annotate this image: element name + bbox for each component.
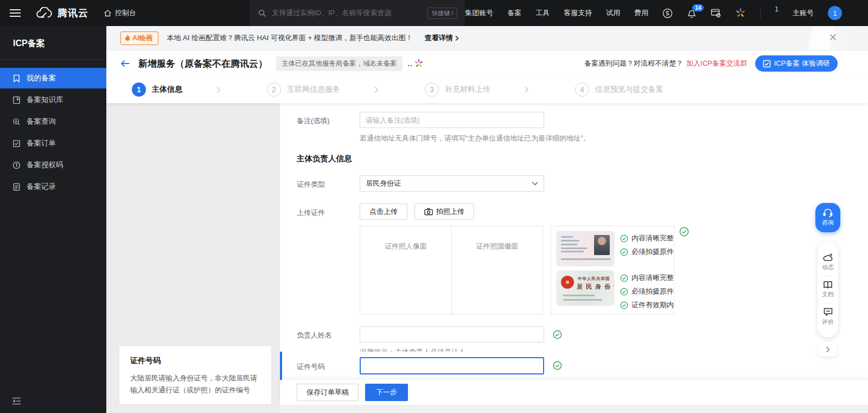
order-check-icon (12, 139, 21, 148)
global-search-input[interactable]: 支持通过实例ID、IP、名称等搜索资源 快捷键 / (250, 0, 464, 26)
owner-valid-check-icon (553, 330, 562, 339)
topbar-menu-tools[interactable]: 工具 (535, 8, 550, 18)
search-placeholder: 支持通过实例ID、IP、名称等搜索资源 (272, 8, 427, 18)
back-button[interactable] (120, 59, 130, 68)
cloud-activity-icon (823, 253, 833, 262)
flame-icon (125, 35, 130, 41)
banner-detail-link[interactable]: 查看详情 (425, 33, 459, 43)
owner-name-input[interactable] (360, 326, 544, 342)
cert-number-label: 证件号码 (297, 362, 325, 372)
step-2-internet-service: 2 互联网信息服务 (267, 82, 340, 97)
tencent-cloud-logo[interactable]: 腾讯云 (35, 7, 88, 20)
toolbar-expand-button[interactable] (819, 342, 837, 357)
topbar-menu-beian[interactable]: 备案 (507, 8, 521, 18)
cert-number-row: 证件号码 (280, 352, 822, 384)
shortcut-hint: 快捷键 / (427, 8, 457, 19)
consult-button[interactable]: 咨询 (815, 203, 840, 232)
banner-text: 本地 AI 绘画配置难？腾讯云 HAI 可视化界面 + 模型微调，新手也能高效出… (167, 33, 413, 43)
join-group-link[interactable]: 加入ICP备案交流群 (686, 59, 748, 68)
remark-input[interactable] (360, 112, 544, 128)
dynamics-button[interactable]: 动态 (822, 251, 834, 274)
ai-assistant-sparkle-icon[interactable] (735, 8, 746, 18)
back-checklist: 内容清晰完整 必须拍摄原件 证件有效期内 (620, 271, 674, 310)
id-card-front-sample (557, 231, 614, 266)
sidebar-item-beian-query[interactable]: 备案查询 (0, 111, 106, 132)
photo-upload-button[interactable]: 拍照上传 (414, 204, 474, 220)
consult-label: 咨询 (822, 219, 834, 227)
topbar-menu-group-account[interactable]: 集团账号 (465, 8, 493, 18)
upload-dropzone[interactable]: 证件照人像面 证件照国徽面 (360, 226, 543, 314)
page-status-badge: 主体已在其他服务商备案，域名未备案 (276, 56, 403, 71)
arrow-left-icon (120, 59, 130, 68)
toolbar-divider (824, 303, 832, 303)
topbar-menu-billing[interactable]: 费用 (634, 8, 648, 18)
help-panel-title: 证件号码 (130, 356, 260, 366)
sample-front-row: 内容清晰完整 必须拍摄原件 (557, 231, 674, 266)
bookmark-icon (12, 74, 21, 82)
upload-cert-label: 上传证件 (297, 208, 325, 218)
account-type-label[interactable]: 主账号 (793, 8, 814, 18)
step-3-materials-upload: 3 补充材料上传 (425, 82, 490, 97)
sidebar-item-auth-code[interactable]: 备案授权码 (0, 155, 106, 175)
save-draft-button[interactable]: 保存订单草稿 (297, 384, 359, 401)
remark-help-text: 若通信地址无具体门牌号，请填写“主办单位通信地址已为最详细的地址”。 (360, 134, 590, 143)
chevron-down-icon (532, 181, 538, 186)
click-upload-button[interactable]: 点击上传 (360, 204, 407, 220)
sidebar-collapse-icon[interactable] (12, 397, 21, 405)
active-row-indicator (280, 352, 282, 384)
ai-sparkle-icon[interactable] (414, 59, 424, 68)
sidebar-item-my-beian[interactable]: 我的备案 (0, 68, 106, 88)
portrait-photo (594, 235, 610, 255)
step-separator-icon (374, 86, 379, 93)
remark-label: 备注(选填) (297, 116, 330, 126)
front-checklist: 内容清晰完整 必须拍摄原件 (620, 231, 674, 266)
check-circle-icon (620, 301, 628, 309)
step-indicator: 1 主体信息 2 互联网信息服务 3 补充材料上传 4 信息预览与提交备案 (106, 76, 868, 103)
cert-type-label: 证件类型 (297, 180, 325, 189)
sidebar-item-knowledge-base[interactable]: 备案知识库 (0, 90, 106, 110)
topbar-menu-support[interactable]: 客服支持 (564, 8, 592, 18)
promo-count: 1 (775, 5, 778, 13)
feedback-button[interactable]: 评价 (822, 306, 834, 328)
menu-icon[interactable] (10, 9, 21, 17)
upload-front-zone[interactable]: 证件照人像面 (360, 226, 451, 314)
docs-button[interactable]: 文档 (822, 278, 834, 301)
upload-valid-check-icon (679, 227, 689, 237)
avatar[interactable]: 1 (828, 6, 842, 20)
field-help-panel: 证件号码 大陆居民请输入身份证号，非大陆居民请输入相关通行证（或护照）的证件编号 (119, 346, 271, 404)
banner-close-icon[interactable] (829, 34, 837, 41)
console-settings-icon[interactable] (711, 8, 721, 18)
check-circle-icon (620, 288, 628, 296)
page-title: 新增服务（原备案不在腾讯云） (138, 58, 267, 70)
cloud-logo-icon (35, 7, 53, 20)
help-panel-body: 大陆居民请输入身份证号，非大陆居民请输入相关通行证（或护照）的证件编号 (130, 372, 260, 396)
sidebar-title: ICP备案 (0, 26, 106, 59)
cert-type-select[interactable]: 居民身份证 (360, 175, 544, 192)
cert-number-input[interactable] (360, 357, 544, 374)
toolbar-divider (824, 276, 832, 276)
id-card-back-sample: 中华人民共和国 居 民 身 份 证 (557, 271, 614, 306)
support-icon[interactable] (662, 8, 673, 18)
camera-icon (424, 208, 433, 215)
banner-decoration (787, 26, 868, 50)
check-circle-icon (620, 248, 628, 256)
topbar-menu-trial[interactable]: 试用 (606, 8, 620, 18)
survey-button[interactable]: ICP备案 体验调研 (755, 55, 838, 72)
sidebar-item-beian-orders[interactable]: 备案订单 (0, 133, 106, 154)
sample-requirements-panel: 内容清晰完整 必须拍摄原件 中华人民共和国 居 民 身 份 证 内容清晰完整 (551, 226, 674, 314)
console-link[interactable]: 控制台 (104, 8, 136, 18)
chat-bubble-icon (824, 308, 833, 316)
survey-icon (763, 60, 771, 68)
sidebar-item-beian-records[interactable]: 备案记录 (0, 176, 106, 197)
section-title-responsible-person: 主体负责人信息 (297, 154, 352, 164)
topbar-right: 集团账号 备案 工具 客服支持 试用 费用 14 1 主账号 1 (465, 6, 868, 20)
auth-code-icon (12, 161, 21, 169)
topbar: 腾讯云 控制台 支持通过实例ID、IP、名称等搜索资源 快捷键 / 集团账号 备… (0, 0, 868, 26)
page-background-strip (280, 405, 868, 413)
topbar-divider (464, 0, 464, 26)
notifications-bell[interactable]: 14 (687, 8, 697, 18)
upload-back-zone[interactable]: 证件照国徽面 (451, 226, 542, 314)
headset-icon (823, 208, 833, 217)
next-step-button[interactable]: 下一步 (365, 384, 408, 401)
step-separator-icon (524, 86, 529, 93)
